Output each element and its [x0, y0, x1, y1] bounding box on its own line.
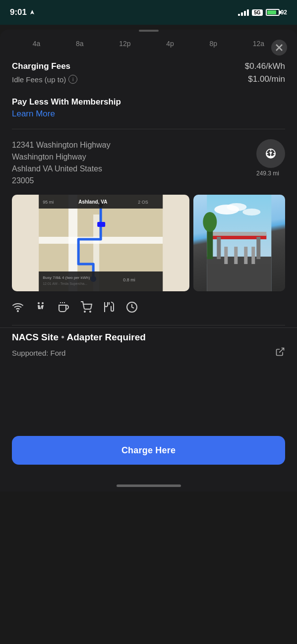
station-photo[interactable]	[193, 195, 285, 291]
fees-section: Charging Fees $0.46/kWh Idle Fees (up to…	[0, 54, 297, 93]
supported-row: Supported: Ford	[12, 347, 285, 359]
images-section: 95 mi Ashland, VA 2 OS Busy 7/8& 4 (two …	[0, 195, 297, 291]
nacs-site-label: NACS Site	[12, 332, 59, 342]
dining-icon	[103, 301, 115, 313]
drag-handle[interactable]	[139, 30, 159, 32]
close-button[interactable]	[271, 40, 287, 55]
svg-point-32	[203, 212, 217, 232]
learn-more-link[interactable]: Learn More	[12, 109, 55, 118]
time-8p: 8p	[210, 40, 218, 48]
svg-text:Busy 7/8& 4 (two per kWh): Busy 7/8& 4 (two per kWh)	[43, 275, 90, 280]
signal-bar-3	[244, 11, 246, 16]
svg-text:12:01 AM - Tesla Supercha...: 12:01 AM - Tesla Supercha...	[43, 282, 87, 286]
svg-rect-28	[235, 247, 238, 264]
navigate-icon	[265, 148, 277, 160]
svg-rect-30	[252, 247, 255, 264]
nacs-dot: •	[61, 332, 64, 342]
battery-level: 92	[281, 9, 287, 16]
svg-point-19	[227, 203, 247, 211]
time-4a: 4a	[33, 40, 41, 48]
map-svg: 95 mi Ashland, VA 2 OS Busy 7/8& 4 (two …	[12, 195, 189, 291]
map-image[interactable]: 95 mi Ashland, VA 2 OS Busy 7/8& 4 (two …	[12, 195, 189, 291]
status-time: 9:01	[10, 7, 35, 17]
svg-rect-33	[207, 264, 272, 291]
svg-text:Ashland, VA: Ashland, VA	[78, 199, 107, 205]
time-axis: 4a 8a 12p 4p 8p 12a	[0, 36, 297, 54]
restroom-icon	[35, 301, 47, 313]
svg-point-34	[17, 311, 18, 312]
svg-text:95 mi: 95 mi	[43, 200, 54, 205]
signal-bars	[238, 9, 249, 16]
signal-bar-2	[241, 12, 243, 16]
battery-icon: 92	[266, 9, 287, 16]
charge-here-button[interactable]: Charge Here	[12, 436, 285, 465]
signal-bar-4	[247, 9, 249, 16]
bottom-sheet: 4a 8a 12p 4p 8p 12a Charging Fees $0.46/…	[0, 30, 297, 491]
charging-fee-value: $0.46/kWh	[245, 61, 285, 71]
idle-fee-row: Idle Fees (up to) i $1.00/min	[12, 74, 285, 84]
external-link-icon[interactable]	[275, 347, 285, 359]
home-indicator	[0, 480, 297, 491]
time-12a: 12a	[253, 40, 264, 48]
svg-point-41	[90, 311, 91, 312]
time-display: 9:01	[10, 7, 27, 17]
charge-button-wrapper: Charge Here	[0, 426, 297, 480]
charging-fee-label: Charging Fees	[12, 61, 70, 71]
svg-rect-26	[257, 237, 261, 259]
svg-text:2 OS: 2 OS	[138, 200, 148, 205]
status-bar: 9:01 5G 92	[0, 0, 297, 25]
location-arrow-icon	[29, 9, 35, 15]
nav-distance: 249.3 mi	[256, 170, 279, 177]
home-bar	[117, 484, 181, 487]
5g-badge: 5G	[252, 9, 262, 16]
svg-rect-24	[212, 232, 267, 236]
svg-point-35	[38, 302, 40, 304]
amenities-section	[0, 291, 297, 323]
time-8a: 8a	[76, 40, 84, 48]
svg-rect-27	[225, 247, 228, 264]
idle-fee-info-icon[interactable]: i	[68, 75, 77, 84]
svg-point-40	[84, 311, 85, 312]
station-svg	[193, 195, 285, 291]
svg-rect-12	[97, 222, 105, 227]
wifi-icon	[12, 301, 24, 313]
idle-fee-value: $1.00/min	[248, 74, 285, 84]
membership-section: Pay Less With Membership Learn More	[0, 93, 297, 127]
navigate-button[interactable]	[256, 139, 285, 168]
svg-rect-13	[39, 271, 163, 291]
divider-2	[12, 325, 285, 325]
svg-point-36	[42, 302, 44, 304]
status-icons: 5G 92	[238, 9, 287, 16]
spacer	[0, 367, 297, 426]
svg-point-20	[243, 209, 261, 215]
charging-fee-row: Charging Fees $0.46/kWh	[12, 61, 285, 71]
svg-rect-29	[244, 247, 248, 264]
svg-text:0.8 mi: 0.8 mi	[123, 277, 135, 282]
signal-bar-1	[238, 14, 240, 16]
adapter-required-label: Adapter Required	[66, 332, 145, 342]
time-4p: 4p	[166, 40, 174, 48]
address-text: 12341 Washington Highway Washington High…	[12, 139, 250, 187]
nacs-title: NACS Site • Adapter Required	[12, 332, 285, 343]
membership-title: Pay Less With Membership	[12, 97, 285, 107]
svg-rect-22	[207, 257, 272, 264]
svg-rect-25	[217, 237, 221, 259]
time-12p: 12p	[119, 40, 130, 48]
idle-fee-label: Idle Fees (up to) i	[12, 75, 77, 84]
nav-wrapper: 249.3 mi	[250, 139, 285, 177]
svg-line-45	[279, 348, 284, 353]
hours-icon	[126, 301, 138, 313]
coffee-icon	[58, 301, 69, 313]
supported-text: Supported: Ford	[12, 349, 65, 357]
nacs-section: NACS Site • Adapter Required Supported: …	[0, 327, 297, 367]
location-section: 12341 Washington Highway Washington High…	[0, 131, 297, 195]
close-icon	[276, 44, 283, 51]
divider-1	[12, 129, 285, 129]
shopping-icon	[80, 301, 92, 313]
